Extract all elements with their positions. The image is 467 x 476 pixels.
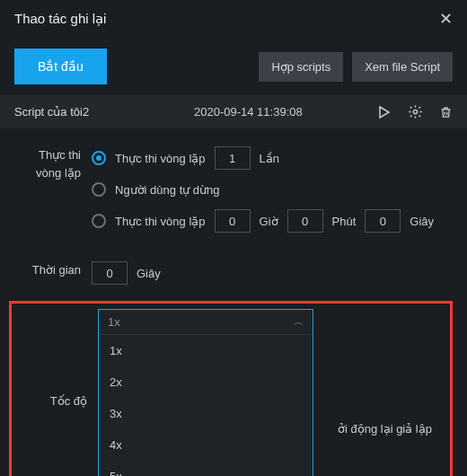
loop-label: Thực thi vòng lặp (14, 146, 92, 182)
delay-input[interactable] (92, 261, 128, 285)
radio-loop-count[interactable] (92, 151, 106, 165)
speed-option[interactable]: 1x (99, 335, 313, 366)
radio-user-stop-label: Người dùng tự dừng (115, 183, 220, 197)
delay-unit: Giây (137, 267, 161, 280)
loop-count-input[interactable] (215, 146, 251, 170)
svg-point-0 (413, 110, 417, 113)
radio-user-stop[interactable] (92, 182, 106, 197)
gear-icon[interactable] (408, 104, 423, 119)
speed-label: Tốc độ (21, 392, 98, 410)
play-icon[interactable] (377, 105, 392, 119)
speed-option[interactable]: 3x (99, 398, 313, 429)
merge-scripts-button[interactable]: Hợp scripts (259, 52, 343, 82)
radio-loop-count-label: Thực thi vòng lặp (115, 152, 206, 165)
speed-selected[interactable]: 1x ︿ (99, 310, 313, 335)
script-name: Script của tôi2 (14, 105, 194, 119)
start-button[interactable]: Bắt đầu (14, 48, 107, 84)
speed-option[interactable]: 2x (99, 366, 313, 398)
hours-unit: Giờ (260, 215, 278, 228)
window-title: Thao tác ghi lại (14, 11, 106, 27)
close-icon[interactable]: ✕ (439, 9, 453, 29)
hours-input[interactable] (215, 209, 251, 233)
highlight-box: Tốc độ 1x ︿ 1x2x3x4x5x Khởi động ởi động… (9, 301, 453, 476)
speed-option[interactable]: 5x (99, 461, 313, 476)
minutes-unit: Phút (332, 215, 357, 228)
script-row: Script của tôi2 2020-09-14 11:39:08 (0, 95, 467, 128)
loop-count-unit: Lần (260, 152, 279, 165)
chevron-up-icon: ︿ (294, 315, 304, 329)
radio-loop-time-label: Thực thi vòng lặp (115, 215, 206, 228)
script-date: 2020-09-14 11:39:08 (194, 105, 377, 119)
trash-icon[interactable] (439, 105, 453, 119)
speed-selected-value: 1x (108, 315, 120, 329)
seconds-input[interactable] (365, 209, 401, 233)
seconds-unit: Giây (410, 215, 434, 228)
view-script-button[interactable]: Xem file Script (352, 52, 453, 82)
speed-option[interactable]: 4x (99, 429, 313, 461)
delay-label: Thời gian (14, 261, 92, 279)
speed-dropdown[interactable]: 1x ︿ 1x2x3x4x5x (98, 309, 313, 476)
minutes-input[interactable] (287, 209, 323, 233)
radio-loop-time[interactable] (92, 214, 106, 228)
speed-options-list: 1x2x3x4x5x (99, 335, 313, 476)
